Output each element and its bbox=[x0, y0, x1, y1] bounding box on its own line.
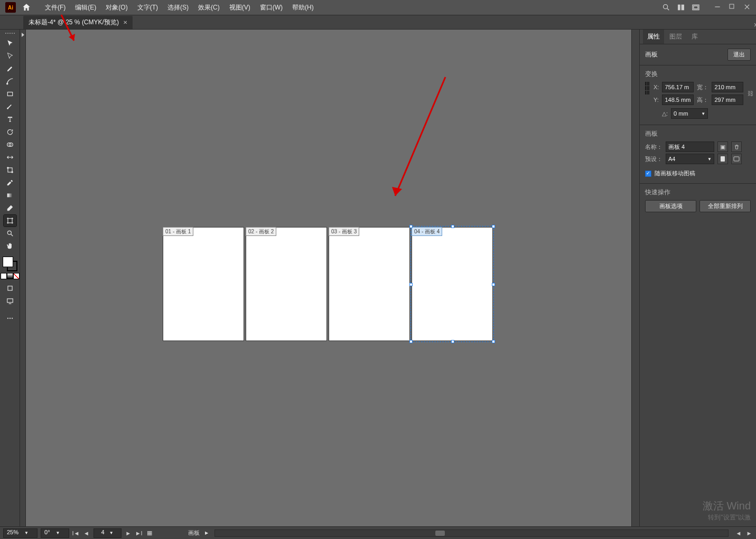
tab-libraries[interactable]: 库 bbox=[687, 30, 702, 44]
paintbrush-tool[interactable] bbox=[4, 101, 16, 112]
move-artwork-label: 随画板移动图稿 bbox=[655, 169, 695, 177]
tab-layers[interactable]: 图层 bbox=[665, 30, 686, 44]
color-mode-gradient[interactable] bbox=[7, 273, 13, 279]
artboard-1[interactable]: 01 - 画板 1 bbox=[163, 228, 244, 341]
menu-edit[interactable]: 编辑(E) bbox=[71, 1, 100, 14]
reference-point-grid[interactable] bbox=[645, 82, 649, 94]
free-transform-tool[interactable] bbox=[4, 164, 16, 176]
artboard-options-button[interactable]: 画板选项 bbox=[645, 200, 696, 212]
artboard-name-input[interactable] bbox=[666, 141, 714, 152]
close-tab-icon[interactable]: ✕ bbox=[123, 20, 127, 25]
new-artboard-icon[interactable]: ▣ bbox=[717, 141, 728, 152]
scroll-right-icon[interactable]: ► bbox=[745, 529, 753, 537]
artboard-next-icon[interactable]: ► bbox=[125, 529, 132, 537]
fill-stroke-swatch[interactable] bbox=[3, 257, 17, 271]
color-mode-none[interactable] bbox=[13, 273, 20, 279]
pen-tool[interactable] bbox=[4, 63, 16, 74]
artboard-label: 01 - 画板 1 bbox=[163, 227, 193, 236]
selection-tool[interactable] bbox=[4, 37, 16, 49]
menu-type[interactable]: 文字(T) bbox=[133, 1, 162, 14]
preset-select[interactable]: A4▼ bbox=[666, 154, 714, 164]
orientation-portrait-icon[interactable] bbox=[717, 154, 728, 164]
section-title-transform: 变换 bbox=[645, 70, 751, 79]
menu-object[interactable]: 对象(O) bbox=[101, 1, 132, 14]
mode-section: 画板 退出 bbox=[640, 44, 756, 65]
artboard-prev-icon[interactable]: ◄ bbox=[83, 529, 90, 537]
artboard-navigator-icon[interactable]: ▦ bbox=[146, 529, 153, 537]
artboard-4[interactable]: 04 - 画板 4 bbox=[412, 228, 492, 341]
fill-swatch[interactable] bbox=[3, 257, 13, 267]
scrollbar-thumb[interactable] bbox=[435, 531, 445, 536]
y-input[interactable] bbox=[662, 94, 694, 105]
menu-effect[interactable]: 效果(C) bbox=[194, 1, 224, 14]
artboard-label: 04 - 画板 4 bbox=[412, 227, 442, 236]
artboard-2[interactable]: 02 - 画板 2 bbox=[246, 228, 326, 341]
window-close-icon[interactable] bbox=[743, 3, 752, 12]
menu-window[interactable]: 窗口(W) bbox=[256, 1, 287, 14]
svg-point-19 bbox=[7, 231, 11, 234]
menu-select[interactable]: 选择(S) bbox=[163, 1, 193, 14]
scroll-left-icon[interactable]: ◄ bbox=[735, 529, 742, 537]
exit-artboard-button[interactable]: 退出 bbox=[727, 49, 751, 61]
artboard-3[interactable]: 03 - 画板 3 bbox=[329, 228, 409, 341]
arrange-documents-icon[interactable] bbox=[677, 3, 685, 12]
window-minimize-icon[interactable] bbox=[714, 3, 722, 12]
workspace-switcher-icon[interactable] bbox=[692, 3, 700, 12]
orientation-landscape-icon[interactable] bbox=[731, 154, 742, 164]
width-tool[interactable] bbox=[4, 152, 16, 163]
preset-value: A4 bbox=[668, 156, 675, 162]
svg-rect-30 bbox=[721, 156, 725, 162]
canvas[interactable]: 01 - 画板 1 02 - 画板 2 03 - 画板 3 04 - 画板 4 bbox=[20, 30, 631, 526]
status-bar: 25% ▼ 0° ▼ I◄ ◄ 4 ▼ ► ►I ▦ 画板 ▶ ◄ ► bbox=[0, 526, 756, 539]
svg-point-23 bbox=[7, 318, 8, 319]
svg-point-16 bbox=[11, 172, 12, 173]
document-tab-label: 未标题-4* @ 25 % (CMYK/预览) bbox=[29, 18, 119, 27]
hand-tool[interactable] bbox=[4, 240, 16, 252]
menu-help[interactable]: 帮助(H) bbox=[288, 1, 318, 14]
artboard-nav-select[interactable]: 4 ▼ bbox=[94, 528, 122, 538]
artboard-last-icon[interactable]: ►I bbox=[135, 529, 143, 537]
panel-menu-icon[interactable]: » bbox=[754, 20, 756, 29]
menu-file[interactable]: 文件(F) bbox=[41, 1, 70, 14]
artboard-tool[interactable] bbox=[4, 215, 16, 226]
rearrange-all-button[interactable]: 全部重新排列 bbox=[699, 200, 751, 212]
delete-artboard-icon[interactable] bbox=[731, 141, 742, 152]
artboard-first-icon[interactable]: I◄ bbox=[72, 529, 80, 537]
direct-selection-tool[interactable] bbox=[4, 50, 16, 62]
angle-value: 0 mm bbox=[674, 110, 688, 117]
tab-properties[interactable]: 属性 bbox=[643, 30, 664, 44]
horizontal-scrollbar[interactable] bbox=[214, 529, 729, 537]
edit-toolbar-icon[interactable] bbox=[4, 313, 16, 324]
zoom-select[interactable]: 25% ▼ bbox=[3, 528, 38, 538]
menu-view[interactable]: 视图(V) bbox=[225, 1, 255, 14]
toolbox-grip[interactable] bbox=[5, 33, 15, 35]
curvature-tool[interactable] bbox=[4, 75, 16, 87]
width-input[interactable] bbox=[712, 82, 743, 92]
type-tool[interactable] bbox=[4, 114, 16, 125]
color-mode-solid[interactable] bbox=[1, 273, 7, 279]
rotate-view-select[interactable]: 0° ▼ bbox=[41, 528, 69, 538]
eraser-tool[interactable] bbox=[4, 202, 16, 214]
gradient-tool[interactable] bbox=[4, 190, 16, 201]
collapsed-panel-strip[interactable] bbox=[631, 30, 639, 526]
move-artwork-checkbox[interactable] bbox=[645, 171, 651, 177]
eyedropper-tool[interactable] bbox=[4, 177, 16, 188]
window-maximize-icon[interactable] bbox=[729, 3, 737, 12]
draw-mode-icon[interactable] bbox=[4, 282, 16, 294]
rotate-tool[interactable] bbox=[4, 126, 16, 138]
height-input[interactable] bbox=[712, 94, 743, 105]
svg-point-10 bbox=[6, 83, 7, 84]
screen-mode-icon[interactable] bbox=[4, 295, 16, 307]
document-tab[interactable]: 未标题-4* @ 25 % (CMYK/预览) ✕ bbox=[23, 16, 133, 29]
angle-select[interactable]: 0 mm▼ bbox=[671, 108, 708, 119]
link-wh-icon[interactable]: ⛓ bbox=[748, 90, 753, 97]
panel-reveal-strip[interactable] bbox=[20, 30, 26, 526]
x-input[interactable] bbox=[662, 82, 694, 92]
shape-builder-tool[interactable] bbox=[4, 139, 16, 150]
rectangle-tool[interactable] bbox=[4, 88, 16, 100]
zoom-tool[interactable] bbox=[4, 228, 16, 239]
search-icon[interactable] bbox=[662, 3, 670, 12]
app-logo: Ai bbox=[5, 2, 16, 13]
home-icon[interactable] bbox=[22, 3, 31, 12]
status-mode-chevron-icon[interactable]: ▶ bbox=[205, 531, 208, 535]
